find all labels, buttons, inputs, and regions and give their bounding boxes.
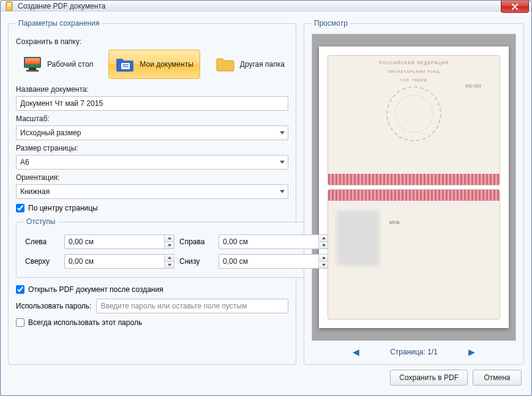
orientation-select[interactable]: [16, 184, 288, 199]
cancel-button[interactable]: Отмена: [473, 370, 522, 386]
pager: ◀ Страница: 1/1 ▶: [312, 347, 516, 357]
page-size-label: Размер страницы:: [16, 144, 288, 152]
margin-left-label: Слева: [25, 237, 59, 246]
folder-documents-button[interactable]: Мои документы: [108, 50, 200, 79]
orientation-label: Ориентация:: [16, 173, 288, 182]
always-password-label: Всегда использовать этот пароль: [28, 318, 142, 327]
desktop-icon: [23, 54, 42, 74]
spin-down[interactable]: [164, 242, 174, 249]
folder-other-label: Другая папка: [240, 60, 285, 69]
spin-down[interactable]: [318, 242, 328, 249]
folder-icon: [215, 54, 235, 74]
passport-gender: МУЖ.: [389, 220, 401, 225]
decorative-band: [328, 174, 500, 185]
center-checkbox[interactable]: [16, 204, 24, 212]
center-checkbox-row[interactable]: По центру страницы: [16, 204, 288, 212]
spin-up[interactable]: [318, 255, 328, 262]
stamp-icon: [386, 86, 441, 141]
passport-photo: [337, 211, 380, 266]
save-parameters-legend: Параметры сохранения: [16, 19, 102, 28]
svg-rect-7: [29, 68, 36, 70]
open-after-checkbox[interactable]: [16, 285, 24, 294]
margin-right-label: Справа: [179, 237, 214, 246]
passport-line2: ГОР. ТВЕРИ: [328, 78, 500, 82]
preview-fieldset: Просмотр РОССИЙСКАЯ ФЕДЕРАЦИЯ ПРОЛЕТАРСК…: [304, 19, 524, 365]
page-indicator: Страница: 1/1: [390, 348, 438, 356]
open-after-row[interactable]: Открыть PDF документ после создания: [16, 285, 288, 294]
spin-up[interactable]: [318, 235, 328, 242]
save-pdf-button[interactable]: Сохранить в PDF: [390, 370, 468, 386]
open-after-label: Открыть PDF документ после создания: [28, 285, 163, 294]
scale-label: Масштаб:: [16, 114, 288, 123]
decorative-band: [328, 190, 500, 201]
svg-rect-8: [26, 70, 39, 72]
documents-icon: [115, 54, 135, 74]
preview-legend: Просмотр: [312, 19, 350, 28]
password-input[interactable]: [96, 299, 288, 313]
margin-right-input[interactable]: [219, 234, 329, 249]
app-icon: [4, 1, 14, 11]
svg-rect-1: [7, 3, 11, 4]
svg-rect-10: [122, 64, 129, 65]
titlebar: Создание PDF документа: [1, 1, 531, 12]
spin-down[interactable]: [318, 262, 328, 269]
margins-fieldset: Отступы Слева Справа Сверху Снизу: [16, 217, 338, 278]
passport-country: РОССИЙСКАЯ ФЕДЕРАЦИЯ: [328, 61, 500, 65]
svg-rect-11: [122, 66, 129, 67]
footer-buttons: Сохранить в PDF Отмена: [8, 370, 524, 388]
preview-page: РОССИЙСКАЯ ФЕДЕРАЦИЯ ПРОЛЕТАРСКИМ РОВД Г…: [319, 47, 509, 328]
center-label: По центру страницы: [28, 204, 98, 212]
folder-documents-label: Мои документы: [140, 60, 193, 69]
save-parameters-fieldset: Параметры сохранения Сохранить в папку: …: [8, 19, 296, 365]
content-area: Параметры сохранения Сохранить в папку: …: [1, 12, 531, 395]
margin-bottom-input[interactable]: [219, 254, 329, 269]
always-password-checkbox[interactable]: [16, 318, 24, 327]
page-size-select[interactable]: [16, 155, 288, 170]
passport-bottom: МУЖ.: [328, 189, 500, 319]
passport-code: 692-003: [465, 84, 481, 88]
margin-top-label: Сверху: [25, 257, 59, 266]
svg-rect-5: [25, 58, 40, 64]
window-title: Создание PDF документа: [18, 2, 105, 10]
svg-rect-2: [7, 5, 11, 6]
spin-up[interactable]: [164, 235, 174, 242]
password-label: Использовать пароль:: [16, 302, 91, 310]
folder-other-button[interactable]: Другая папка: [209, 50, 291, 79]
svg-rect-6: [25, 64, 40, 67]
margin-bottom-label: Снизу: [179, 257, 214, 266]
margins-legend: Отступы: [24, 217, 58, 226]
spin-down[interactable]: [164, 262, 174, 269]
pager-next-icon[interactable]: ▶: [468, 347, 475, 357]
margin-left-input[interactable]: [64, 234, 174, 249]
preview-area: РОССИЙСКАЯ ФЕДЕРАЦИЯ ПРОЛЕТАРСКИМ РОВД Г…: [312, 34, 516, 341]
doc-name-label: Название документа:: [16, 85, 288, 94]
doc-name-input[interactable]: [16, 96, 288, 111]
close-button[interactable]: [501, 1, 529, 13]
scale-select[interactable]: [16, 125, 288, 140]
always-password-row[interactable]: Всегда использовать этот пароль: [16, 318, 288, 327]
spin-up[interactable]: [164, 255, 174, 262]
save-folder-label: Сохранить в папку:: [16, 37, 288, 46]
passport-line1: ПРОЛЕТАРСКИМ РОВД: [328, 70, 500, 73]
svg-rect-3: [7, 6, 11, 7]
margin-top-input[interactable]: [64, 254, 174, 269]
dialog-window: Создание PDF документа Параметры сохране…: [0, 0, 532, 396]
folder-desktop-button[interactable]: Рабочий стол: [16, 50, 100, 79]
passport-top: РОССИЙСКАЯ ФЕДЕРАЦИЯ ПРОЛЕТАРСКИМ РОВД Г…: [328, 55, 500, 185]
folder-desktop-label: Рабочий стол: [47, 60, 93, 69]
pager-prev-icon[interactable]: ◀: [353, 347, 359, 357]
